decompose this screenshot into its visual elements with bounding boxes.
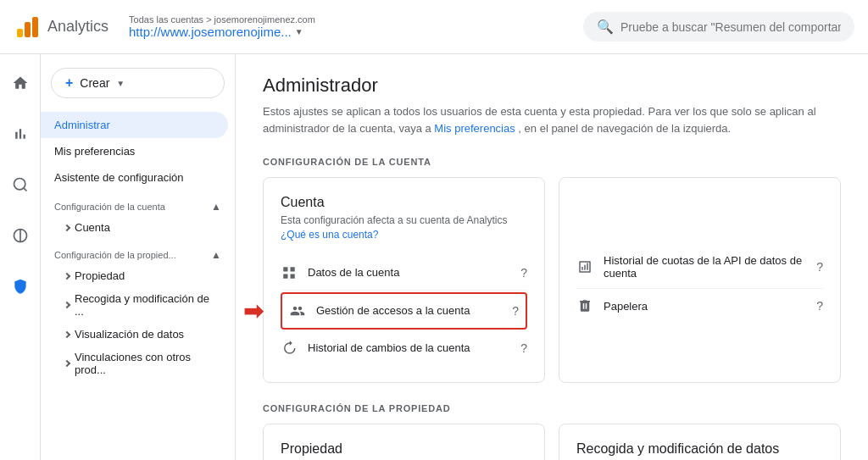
propiedad-card: Propiedad Esta configuración afecta a su… — [263, 424, 545, 460]
svg-rect-0 — [17, 29, 23, 37]
plus-icon: + — [65, 75, 73, 91]
bullet-icon-3 — [64, 302, 70, 308]
bullet-icon-4 — [64, 330, 70, 337]
ga-logo-icon — [14, 14, 41, 41]
nav-sub-recogida[interactable]: Recogida y modificación de ... — [41, 287, 235, 323]
dropdown-arrow-icon: ▼ — [116, 79, 125, 88]
grid-icon — [281, 264, 298, 281]
account-name-dropdown[interactable]: http://www.josemorenojime... ▼ — [129, 25, 315, 39]
svg-point-3 — [14, 179, 25, 190]
help-icon-5[interactable]: ? — [816, 299, 823, 313]
breadcrumb: Todas las cuentas > josemorenojimenez.co… — [129, 14, 315, 25]
propiedad-cards-row: Propiedad Esta configuración afecta a su… — [263, 424, 841, 460]
historial-cambios-item[interactable]: Historial de cambios de la cuenta ? — [281, 331, 527, 365]
recogida-card: Recogida y modificación de datos Esta co… — [559, 424, 841, 460]
cuenta-card-desc: Esta configuración afecta a su cuenta de… — [281, 213, 527, 242]
explore-icon-btn[interactable] — [5, 169, 36, 200]
nav-sub-cuenta[interactable]: Cuenta — [41, 216, 235, 239]
bullet-icon — [64, 224, 70, 230]
icon-sidebar — [0, 54, 41, 460]
reports-icon-btn[interactable] — [5, 119, 36, 149]
search-bar[interactable]: 🔍 — [583, 12, 854, 42]
main-layout: + Crear ▼ Administrar Mis preferencias A… — [0, 54, 868, 460]
nav-sidebar: + Crear ▼ Administrar Mis preferencias A… — [41, 54, 236, 460]
nav-item-asistente[interactable]: Asistente de configuración — [41, 164, 228, 191]
section-propiedad-title: Configuración de la propied... ▲ — [41, 239, 235, 264]
help-icon-2[interactable]: ? — [512, 304, 519, 318]
section-cuenta-label: CONFIGURACIÓN DE LA CUENTA — [263, 157, 841, 167]
people-icon — [289, 302, 306, 319]
section-cuenta-title: Configuración de la cuenta ▲ — [41, 191, 235, 216]
app-title: Analytics — [47, 18, 108, 36]
search-icon: 🔍 — [597, 19, 614, 35]
section-propiedad-label: CONFIGURACIÓN DE LA PROPIEDAD — [263, 403, 841, 413]
svg-rect-2 — [32, 17, 38, 37]
configure-icon-btn[interactable] — [5, 220, 36, 251]
historial-cuotas-item[interactable]: Historial de cuotas de la API de datos d… — [576, 246, 823, 289]
papelera-item[interactable]: Papelera ? — [576, 289, 823, 323]
cuenta-card: Cuenta Esta configuración afecta a su cu… — [263, 177, 545, 383]
cuenta-cards-row: Cuenta Esta configuración afecta a su cu… — [263, 177, 841, 383]
history-icon — [281, 340, 298, 357]
main-content: Administrador Estos ajustes se aplican a… — [236, 54, 868, 460]
nav-item-administrar[interactable]: Administrar — [41, 112, 228, 138]
page-description: Estos ajustes se aplican a todos los usu… — [263, 103, 841, 136]
recogida-card-title: Recogida y modificación de datos — [576, 441, 823, 457]
que-es-cuenta-link[interactable]: ¿Qué es una cuenta? — [281, 229, 378, 241]
help-icon-3[interactable]: ? — [520, 341, 527, 355]
chevron-up-icon: ▲ — [211, 201, 221, 213]
nav-sub-vinculaciones[interactable]: Vinculaciones con otros prod... — [41, 346, 235, 381]
bullet-icon-5 — [64, 360, 70, 367]
svg-rect-1 — [25, 22, 31, 37]
cuenta-card-title: Cuenta — [281, 195, 527, 210]
bullet-icon-2 — [64, 272, 70, 279]
account-nav: Todas las cuentas > josemorenojimenez.co… — [129, 14, 315, 39]
search-input[interactable] — [620, 20, 841, 34]
red-arrow-icon: ➡ — [243, 297, 263, 324]
home-icon-btn[interactable] — [5, 68, 36, 98]
gestion-accesos-item[interactable]: Gestión de accesos a la cuenta ? — [281, 292, 527, 330]
nav-item-preferencias[interactable]: Mis preferencias — [41, 138, 228, 164]
admin-icon-btn[interactable] — [5, 271, 36, 302]
mis-preferencias-link[interactable]: Mis preferencias — [434, 122, 515, 135]
nav-sub-propiedad[interactable]: Propiedad — [41, 264, 235, 287]
help-icon-4[interactable]: ? — [816, 260, 823, 274]
cuenta-right-card: Historial de cuotas de la API de datos d… — [559, 177, 841, 383]
api-icon — [576, 258, 593, 275]
trash-icon — [576, 297, 593, 314]
datos-cuenta-item[interactable]: Datos de la cuenta ? — [281, 256, 527, 291]
propiedad-card-title: Propiedad — [281, 441, 527, 457]
page-title: Administrador — [263, 75, 841, 97]
nav-sub-visualizacion[interactable]: Visualización de datos — [41, 323, 235, 346]
create-button[interactable]: + Crear ▼ — [51, 68, 225, 98]
chevron-down-icon: ▼ — [295, 27, 303, 36]
logo-area: Analytics — [14, 14, 108, 41]
help-icon-1[interactable]: ? — [520, 266, 527, 280]
topbar: Analytics Todas las cuentas > josemoreno… — [0, 0, 868, 54]
chevron-up-icon-2: ▲ — [211, 249, 221, 261]
